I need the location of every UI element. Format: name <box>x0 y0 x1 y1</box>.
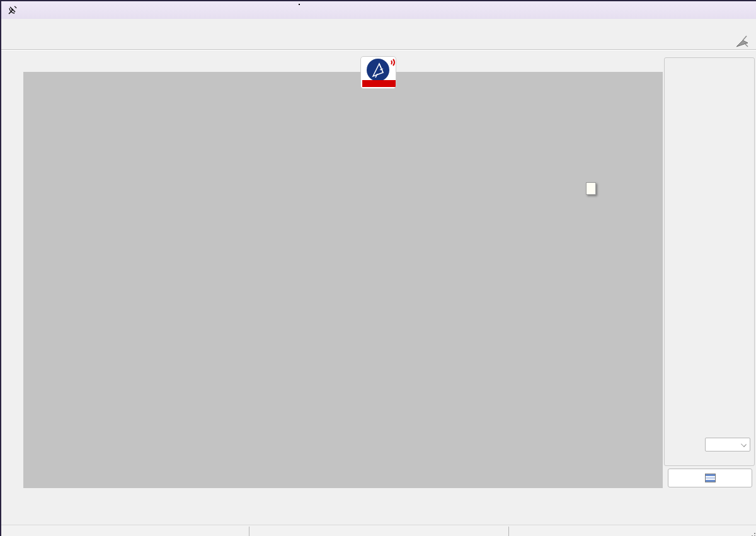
transponder-panel <box>664 54 755 533</box>
stream-list-button[interactable] <box>668 469 752 487</box>
chevron-down-icon <box>741 441 747 447</box>
world-clocks <box>299 4 300 5</box>
mis-row <box>670 438 753 452</box>
stream-list-icon <box>705 474 716 482</box>
title-bar <box>1 1 756 19</box>
chart-legend <box>23 72 663 88</box>
resize-grip[interactable] <box>749 530 755 536</box>
dxsatcs-logo <box>360 56 396 89</box>
chart-area <box>23 72 663 488</box>
status-bar <box>1 525 756 536</box>
snr-trend-plot <box>23 88 663 488</box>
status-meters <box>1 492 756 523</box>
statusbar-sync-counters <box>249 525 508 536</box>
signal-analyzer-window <box>0 0 756 536</box>
app-satellite-icon <box>8 5 18 15</box>
mis-select[interactable] <box>705 438 750 452</box>
separator-line <box>1 49 756 50</box>
statusbar-best-signal <box>509 525 745 536</box>
statusbar-lock-uptime <box>1 525 249 536</box>
dish-status-icon <box>734 34 750 48</box>
transponder-groupbox <box>664 57 755 466</box>
logo-text <box>362 80 396 87</box>
chart-tooltip <box>586 182 596 195</box>
logo-signal-arc <box>385 57 395 67</box>
